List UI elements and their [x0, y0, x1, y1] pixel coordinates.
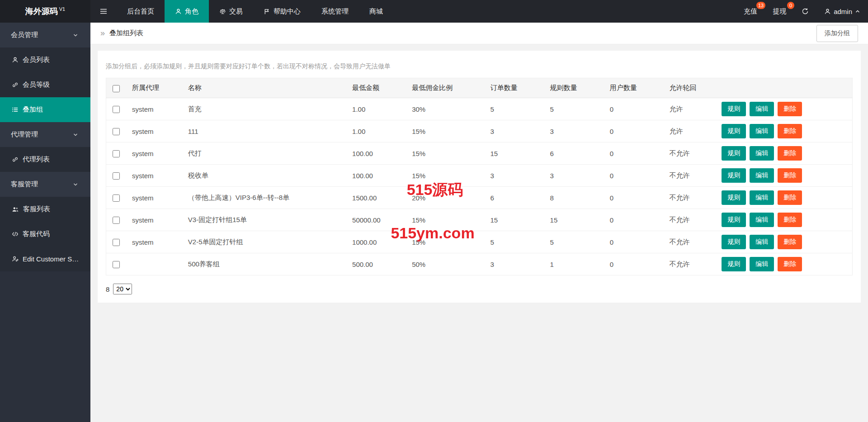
edit-button[interactable]: 编辑	[750, 190, 774, 205]
users-count-cell: 0	[606, 253, 666, 275]
rule-button[interactable]: 规则	[722, 124, 746, 138]
nav-item-system[interactable]: 系统管理	[311, 0, 359, 23]
users-count-cell: 0	[606, 142, 666, 165]
edit-button[interactable]: 编辑	[750, 257, 774, 271]
nav-item-role[interactable]: 角色	[165, 0, 209, 23]
app-logo: 海外源码V1	[0, 0, 90, 23]
rule-button[interactable]: 规则	[722, 146, 746, 161]
user-menu[interactable]: admin	[816, 0, 868, 23]
edit-button[interactable]: 编辑	[750, 146, 774, 161]
edit-button[interactable]: 编辑	[750, 124, 774, 138]
row-checkbox[interactable]	[113, 194, 120, 202]
sidebar-item-label: 客服列表	[23, 205, 50, 213]
nav-item-home[interactable]: 后台首页	[117, 0, 165, 23]
row-checkbox[interactable]	[113, 106, 120, 113]
min-amount-cell: 100.00	[349, 165, 408, 187]
min-amount-cell: 1500.00	[349, 187, 408, 209]
rule-button[interactable]: 规则	[722, 168, 746, 183]
actions-cell: 规则编辑删除	[718, 253, 852, 275]
top-header: 海外源码V1 后台首页角色交易帮助中心系统管理商城 充值 13 提现 0 adm…	[0, 0, 868, 23]
edit-button[interactable]: 编辑	[750, 168, 774, 183]
actions-cell: 规则编辑删除	[718, 120, 852, 142]
refresh-button[interactable]	[794, 0, 816, 23]
table-row: system税收单100.0015%330不允许规则编辑删除	[106, 165, 853, 187]
users-count-cell: 0	[606, 98, 666, 120]
name-cell: V2-5单固定打针组	[184, 231, 349, 253]
delete-button[interactable]: 删除	[778, 213, 802, 227]
column-header: 名称	[184, 78, 349, 98]
agent-cell: system	[128, 187, 184, 209]
row-checkbox-cell	[106, 120, 129, 142]
link-icon	[12, 81, 19, 88]
sidebar-item-member-list[interactable]: 会员列表	[0, 47, 90, 72]
rule-button[interactable]: 规则	[722, 213, 746, 227]
nav-item-trade[interactable]: 交易	[209, 0, 253, 23]
row-checkbox-cell	[106, 209, 129, 231]
sidebar-item-service-code[interactable]: 客服代码	[0, 222, 90, 247]
edit-button[interactable]: 编辑	[750, 213, 774, 227]
nav-item-help[interactable]: 帮助中心	[253, 0, 311, 23]
row-checkbox-cell	[106, 231, 129, 253]
row-checkbox[interactable]	[113, 217, 120, 224]
row-checkbox-cell	[106, 142, 129, 165]
actions-header	[718, 78, 852, 98]
actions-cell: 规则编辑删除	[718, 98, 852, 120]
recharge-nav-item[interactable]: 充值 13	[736, 0, 765, 23]
min-amount-cell: 1.00	[349, 98, 408, 120]
page-title: 叠加组列表	[109, 29, 143, 38]
add-group-button[interactable]: 添加分组	[816, 25, 858, 42]
agent-cell: system	[128, 142, 184, 165]
chevron-down-icon	[73, 132, 78, 138]
orders-count-cell: 15	[486, 209, 546, 231]
delete-button[interactable]: 删除	[778, 190, 802, 205]
name-cell: （带他上高速）VIP3-6单--转--8单	[184, 187, 349, 209]
sidebar-item-stack-group[interactable]: 叠加组	[0, 97, 90, 122]
nav-item-label: 后台首页	[127, 7, 154, 16]
delete-button[interactable]: 删除	[778, 257, 802, 271]
delete-button[interactable]: 删除	[778, 102, 802, 116]
loop-allowed-cell: 不允许	[666, 142, 718, 165]
rule-button[interactable]: 规则	[722, 102, 746, 116]
sidebar-item-label: 代理管理	[11, 130, 38, 139]
rules-count-cell: 3	[547, 120, 606, 142]
pagination: 8 20	[106, 284, 853, 294]
withdraw-nav-item[interactable]: 提现 0	[765, 0, 794, 23]
code-icon	[12, 231, 19, 237]
sidebar-item-member-level[interactable]: 会员等级	[0, 72, 90, 97]
sidebar-item-agent-management[interactable]: 代理管理	[0, 122, 90, 147]
page-size-select[interactable]: 20	[113, 284, 132, 294]
sidebar-item-service-management[interactable]: 客服管理	[0, 172, 90, 197]
edit-button[interactable]: 编辑	[750, 235, 774, 249]
list-icon	[12, 106, 19, 113]
delete-button[interactable]: 删除	[778, 235, 802, 249]
row-checkbox[interactable]	[113, 239, 120, 246]
loop-allowed-cell: 不允许	[666, 165, 718, 187]
sidebar-item-label: 会员列表	[23, 56, 50, 64]
rule-button[interactable]: 规则	[722, 257, 746, 271]
row-checkbox[interactable]	[113, 261, 120, 268]
row-checkbox[interactable]	[113, 150, 120, 157]
sidebar-item-agent-list[interactable]: 代理列表	[0, 147, 90, 172]
menu-toggle-button[interactable]	[90, 0, 117, 23]
delete-button[interactable]: 删除	[778, 124, 802, 138]
nav-item-mall[interactable]: 商城	[359, 0, 393, 23]
delete-button[interactable]: 删除	[778, 168, 802, 183]
select-all-checkbox[interactable]	[113, 85, 120, 92]
user-icon	[175, 8, 182, 15]
edit-button[interactable]: 编辑	[750, 102, 774, 116]
delete-button[interactable]: 删除	[778, 146, 802, 161]
row-checkbox-cell	[106, 165, 129, 187]
table-row: system代打100.0015%1560不允许规则编辑删除	[106, 142, 853, 165]
sidebar-item-service-list[interactable]: 客服列表	[0, 197, 90, 222]
rule-button[interactable]: 规则	[722, 190, 746, 205]
table-header-row: 所属代理名称最低金额最低佣金比例订单数量规则数量用户数量允许轮回	[106, 78, 853, 98]
row-checkbox[interactable]	[113, 172, 120, 180]
row-checkbox[interactable]	[113, 128, 120, 135]
column-header: 用户数量	[606, 78, 666, 98]
chevron-up-icon	[855, 9, 860, 14]
orders-count-cell: 15	[486, 142, 546, 165]
sidebar-item-edit-customer-service[interactable]: Edit Customer Ser...	[0, 247, 90, 271]
rule-button[interactable]: 规则	[722, 235, 746, 249]
sidebar-item-member-management[interactable]: 会员管理	[0, 23, 90, 47]
table-row: system1111.0015%330允许规则编辑删除	[106, 120, 853, 142]
